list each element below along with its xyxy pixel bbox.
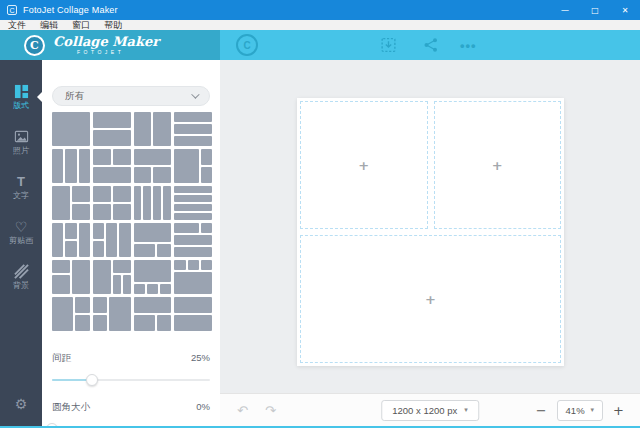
window-title: FotoJet Collage Maker <box>23 5 118 15</box>
thumbnail-cell <box>174 195 212 202</box>
template-thumbnail-10[interactable] <box>134 186 172 220</box>
template-thumbnail-15[interactable] <box>174 223 212 257</box>
thumbnail-cell <box>109 297 130 331</box>
thumbnail-cell <box>174 260 185 270</box>
thumbnail-cell <box>106 223 117 257</box>
zoom-in-button[interactable]: + <box>611 404 626 417</box>
template-thumbnail-6[interactable] <box>134 149 172 183</box>
thumbnail-cell <box>174 149 199 183</box>
top-toolbar: C ••• <box>220 30 640 60</box>
heart-icon: ♡ <box>15 219 28 235</box>
template-thumbnail-0[interactable] <box>52 112 90 146</box>
gear-icon[interactable]: ⚙ <box>0 396 42 412</box>
template-thumbnail-23[interactable] <box>174 297 212 331</box>
thumbnail-cell <box>174 235 212 245</box>
sidebar-item-3[interactable]: ♡剪贴画 <box>0 209 42 254</box>
template-thumbnail-13[interactable] <box>93 223 131 257</box>
template-thumbnail-1[interactable] <box>93 112 131 146</box>
header: C Collage Maker FOTOJET C ••• <box>0 30 640 60</box>
template-thumbnail-3[interactable] <box>174 112 212 146</box>
history-controls: ↶ ↷ <box>237 404 276 417</box>
menu-item-1[interactable]: 编辑 <box>40 20 58 30</box>
thumbnail-cell <box>52 149 63 183</box>
minimize-button[interactable]: — <box>550 0 580 20</box>
thumbnail-cell <box>134 315 155 331</box>
zoom-out-button[interactable]: − <box>534 404 549 417</box>
sidebar-item-0[interactable]: 版式 <box>0 74 42 119</box>
template-thumbnail-21[interactable] <box>93 297 131 331</box>
template-thumbnail-17[interactable] <box>93 260 131 294</box>
template-thumbnail-8[interactable] <box>52 186 90 220</box>
template-thumbnail-16[interactable] <box>52 260 90 294</box>
thumbnail-cell <box>113 260 131 273</box>
sidebar-item-1[interactable]: 照片 <box>0 119 42 164</box>
thumbnail-cell <box>157 244 172 257</box>
template-thumbnail-4[interactable] <box>52 149 90 183</box>
thumbnail-cell <box>174 247 212 257</box>
template-thumbnail-22[interactable] <box>134 297 172 331</box>
thumbnail-cell <box>119 223 130 257</box>
slider-handle[interactable] <box>86 374 98 386</box>
template-panel: 所有 间距 25% 圆角大小 0% <box>42 60 220 426</box>
thumbnail-cell <box>157 315 172 331</box>
collage-cell[interactable]: + <box>300 101 428 229</box>
collage-cell[interactable]: + <box>434 101 562 229</box>
workspace: + + + ↶ ↷ 1200 x 1200 px ▾ − 41% ▾ <box>220 60 640 426</box>
thumbnail-cell <box>174 272 212 294</box>
brand-text: Collage Maker FOTOJET <box>53 35 159 55</box>
brand-name: Collage Maker <box>53 35 159 48</box>
brand-logo-icon: C <box>24 35 45 56</box>
close-button[interactable]: ✕ <box>610 0 640 20</box>
template-thumbnail-5[interactable] <box>93 149 131 183</box>
template-thumbnail-14[interactable] <box>134 223 172 257</box>
template-filter-dropdown[interactable]: 所有 <box>52 86 210 106</box>
template-thumbnail-19[interactable] <box>174 260 212 294</box>
thumbnail-cell <box>113 149 131 165</box>
undo-icon[interactable]: ↶ <box>237 404 248 417</box>
menu-item-3[interactable]: 帮助 <box>104 20 122 30</box>
thumbnail-cell <box>75 315 90 331</box>
zoom-level-label: 41% <box>566 405 585 416</box>
thumbnail-cell <box>201 260 212 270</box>
template-thumbnail-7[interactable] <box>174 149 212 183</box>
share-icon[interactable] <box>423 37 439 53</box>
thumbnail-cell <box>153 167 171 183</box>
canvas-size-dropdown[interactable]: 1200 x 1200 px ▾ <box>381 400 479 421</box>
thumbnail-cell <box>174 112 212 122</box>
corner-label: 圆角大小 <box>52 401 90 414</box>
thumbnail-cell <box>174 136 212 146</box>
save-icon[interactable] <box>380 37 397 54</box>
thumbnail-cell <box>174 186 212 193</box>
maximize-button[interactable]: □ <box>580 0 610 20</box>
menu-item-0[interactable]: 文件 <box>8 20 26 30</box>
thumbnail-cell <box>93 186 111 202</box>
redo-icon[interactable]: ↷ <box>265 404 276 417</box>
thumbnail-cell <box>52 297 73 331</box>
more-icon[interactable]: ••• <box>460 38 477 53</box>
thumbnail-cell <box>134 167 152 183</box>
thumbnail-cell <box>134 260 172 282</box>
sidebar-item-label: 文字 <box>13 192 29 200</box>
thumbnail-cell <box>147 284 158 294</box>
plus-icon: + <box>358 158 369 173</box>
sidebar-item-4[interactable]: 背景 <box>0 254 42 299</box>
template-thumbnail-20[interactable] <box>52 297 90 331</box>
menu-item-2[interactable]: 窗口 <box>72 20 90 30</box>
collage-cell[interactable]: + <box>300 235 561 363</box>
thumbnail-cell <box>52 186 70 220</box>
template-thumbnail-18[interactable] <box>134 260 172 294</box>
slider-track[interactable] <box>52 379 210 381</box>
template-thumbnail-9[interactable] <box>93 186 131 220</box>
template-thumbnail-11[interactable] <box>174 186 212 220</box>
thumbnail-cell <box>143 186 151 220</box>
zoom-level-dropdown[interactable]: 41% ▾ <box>557 400 604 421</box>
template-thumbnail-2[interactable] <box>134 112 172 146</box>
text-icon: T <box>17 174 25 190</box>
logo-badge-icon[interactable]: C <box>236 34 258 56</box>
sidebar: 版式照片T文字♡剪贴画背景⚙ <box>0 60 42 426</box>
spacing-slider[interactable] <box>52 373 210 387</box>
thumbnail-cell <box>93 223 104 239</box>
thumbnail-cell <box>134 297 172 313</box>
sidebar-item-2[interactable]: T文字 <box>0 164 42 209</box>
template-thumbnail-12[interactable] <box>52 223 90 257</box>
